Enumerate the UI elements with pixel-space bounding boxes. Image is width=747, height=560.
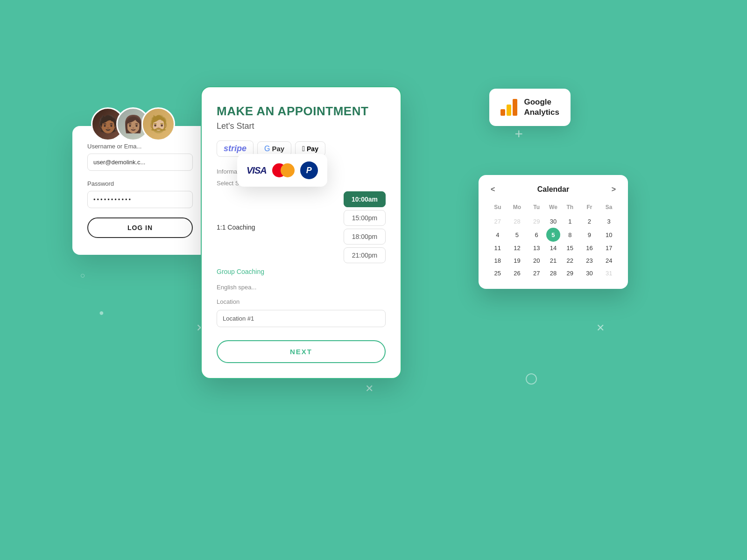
service-item-2[interactable]: Group Coaching [217,268,386,275]
cal-row-3: 11 12 13 14 15 16 17 [488,242,619,254]
cal-day-3[interactable]: 3 [599,215,619,228]
appointment-subtitle: Let's Start [217,121,386,131]
appointment-title: MAKE AN APPOINTMENT [217,104,386,119]
cal-day-14[interactable]: 14 [546,242,560,254]
deco-plus-1: + [514,126,523,142]
cal-day-1[interactable]: 1 [560,215,580,228]
deco-ring-3 [526,373,537,385]
username-input[interactable] [87,154,193,171]
cal-header-we: We [546,202,560,215]
ga-bar-2 [507,105,511,116]
appointment-card: MAKE AN APPOINTMENT Let's Start stripe G… [201,86,402,379]
deco-circle-4: ● [99,308,104,318]
cal-day-19[interactable]: 19 [507,254,527,267]
deco-circle-3: ○ [80,271,85,280]
cal-row-2: 4 5 6 5 8 9 10 [488,228,619,242]
visa-logo: VISA [247,165,267,176]
cal-header-tu: Tu [527,202,546,215]
g-letter: G [264,145,270,153]
cal-day-9[interactable]: 9 [580,228,599,242]
cal-day-5[interactable]: 5 [507,228,527,242]
cal-row-5: 25 26 27 28 29 30 31 [488,267,619,280]
cal-day-20[interactable]: 20 [527,254,546,267]
paypal-logo: P [300,161,318,179]
service-list: 1:1 Coaching 10:00am 15:00pm 18:00pm 21:… [217,191,386,275]
service-2-group: Group Coaching [217,268,264,275]
mastercard-logo [272,163,295,177]
cal-row-4: 18 19 20 21 22 23 24 [488,254,619,267]
calendar-header: < Calendar > [488,184,619,195]
cal-day-5-today[interactable]: 5 [546,228,560,242]
calendar-title: Calendar [537,185,569,194]
time-slot-1500[interactable]: 15:00pm [344,210,386,226]
avatar-3: 🧔🏼 [141,107,175,141]
cal-day-17[interactable]: 17 [599,242,619,254]
cal-day-27[interactable]: 27 [527,267,546,280]
google-analytics-icon [500,99,517,116]
cal-header-su: Su [488,202,507,215]
cal-day-30[interactable]: 30 [546,215,560,228]
cal-day-2[interactable]: 2 [580,215,599,228]
calendar-prev-button[interactable]: < [488,184,498,195]
stripe-label: stripe [224,144,247,154]
deco-x-3: ✕ [596,322,605,334]
cal-day-16[interactable]: 16 [580,242,599,254]
username-label: Username or Ema... [87,143,193,150]
cal-day-13[interactable]: 13 [527,242,546,254]
service-1-coaching: 1:1 Coaching [217,224,255,231]
login-button[interactable]: LOG IN [87,217,193,238]
cal-day-29-prev[interactable]: 29 [527,215,546,228]
applepay-label: Pay [307,145,318,153]
cal-header-th: Th [560,202,580,215]
cal-header-mo: Mo [507,202,527,215]
location-input[interactable] [217,310,386,327]
service-item-1[interactable]: 1:1 Coaching 10:00am 15:00pm 18:00pm 21:… [217,191,386,263]
english-label: English spea... [217,284,386,291]
ga-text: Google Analytics [524,97,559,118]
cal-header-sa: Sa [599,202,619,215]
calendar-card: < Calendar > Su Mo Tu We Th Fr Sa 27 28 … [479,175,628,289]
google-analytics-badge: Google Analytics [489,89,571,126]
cal-day-11[interactable]: 11 [488,242,507,254]
cal-day-21[interactable]: 21 [546,254,560,267]
cal-day-27-prev[interactable]: 27 [488,215,507,228]
cal-day-30[interactable]: 30 [580,267,599,280]
ga-bar-3 [513,99,517,116]
cal-day-15[interactable]: 15 [560,242,580,254]
time-slot-1800[interactable]: 18:00pm [344,229,386,245]
cal-day-31-next[interactable]: 31 [599,267,619,280]
cal-day-4[interactable]: 4 [488,228,507,242]
cal-day-10[interactable]: 10 [599,228,619,242]
avatar-group: 🧑🏾 👩🏽 🧔🏼 [91,107,175,141]
cal-day-24[interactable]: 24 [599,254,619,267]
ga-title-line1: Google [524,97,559,107]
cal-day-25[interactable]: 25 [488,267,507,280]
password-input[interactable] [87,191,193,208]
apple-icon:  [302,145,305,153]
cal-day-18[interactable]: 18 [488,254,507,267]
cal-row-1: 27 28 29 30 1 2 3 [488,215,619,228]
cal-day-8[interactable]: 8 [560,228,580,242]
time-slot-1000[interactable]: 10:00am [344,191,386,207]
next-button[interactable]: NEXT [217,340,386,363]
cal-day-28[interactable]: 28 [546,267,560,280]
cal-day-12[interactable]: 12 [507,242,527,254]
calendar-next-button[interactable]: > [609,184,619,195]
calendar-grid: Su Mo Tu We Th Fr Sa 27 28 29 30 1 2 3 4… [488,202,619,280]
cal-day-23[interactable]: 23 [580,254,599,267]
password-label: Password [87,180,193,187]
ga-bar-1 [500,109,505,116]
cal-day-28-prev[interactable]: 28 [507,215,527,228]
cal-day-6[interactable]: 6 [527,228,546,242]
cal-day-29[interactable]: 29 [560,267,580,280]
gpay-label: Pay [272,145,284,153]
deco-x-4: ✕ [365,383,374,395]
cal-day-26[interactable]: 26 [507,267,527,280]
cal-day-22[interactable]: 22 [560,254,580,267]
time-slot-2100[interactable]: 21:00pm [344,247,386,263]
calendar-weekday-row: Su Mo Tu We Th Fr Sa [488,202,619,215]
cal-header-fr: Fr [580,202,599,215]
payment-methods-card: VISA P [237,154,327,187]
location-section: Location [217,298,386,327]
location-label: Location [217,298,386,305]
